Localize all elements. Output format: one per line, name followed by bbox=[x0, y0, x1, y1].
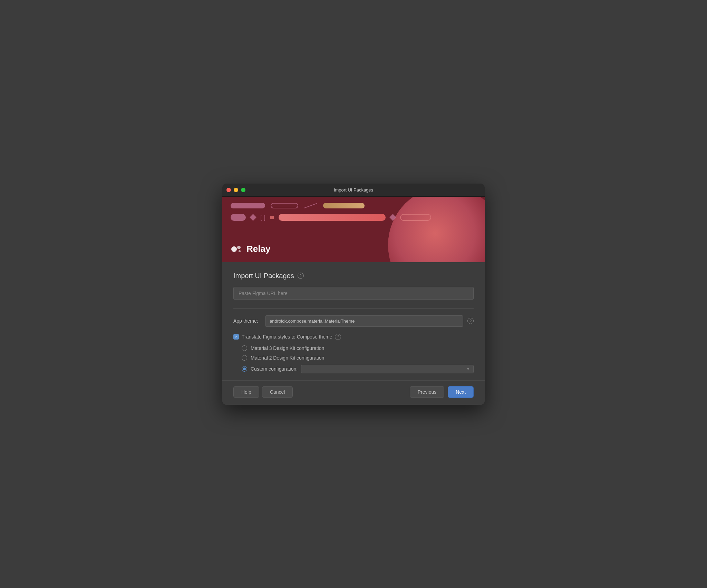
app-theme-row: App theme: ? bbox=[233, 315, 474, 327]
decoration-small-pill bbox=[231, 214, 246, 221]
banner-row-2: [ ] bbox=[231, 214, 476, 221]
translate-checkbox-label: Translate Figma styles to Compose theme bbox=[242, 334, 332, 340]
translate-help-icon[interactable]: ? bbox=[335, 334, 341, 340]
main-content: Import UI Packages ? App theme: ? ✓ Tran… bbox=[222, 262, 485, 380]
svg-point-2 bbox=[239, 250, 241, 252]
radio-material3[interactable] bbox=[242, 345, 247, 351]
divider bbox=[233, 308, 474, 308]
translate-checkbox[interactable]: ✓ bbox=[233, 334, 239, 340]
radio-row-material2[interactable]: Material 2 Design Kit configuration bbox=[242, 355, 474, 361]
footer: Help Cancel Previous Next bbox=[222, 380, 485, 405]
relay-brand-text: Relay bbox=[246, 244, 270, 254]
help-question-mark-2: ? bbox=[469, 319, 472, 323]
decoration-diamond bbox=[250, 214, 256, 221]
svg-point-1 bbox=[237, 246, 241, 249]
window-controls bbox=[226, 188, 245, 192]
svg-point-0 bbox=[231, 246, 237, 252]
radio-row-custom[interactable]: Custom configuration: ▼ bbox=[242, 365, 474, 373]
theme-help-icon[interactable]: ? bbox=[467, 318, 474, 324]
decoration-bracket: [ ] bbox=[260, 214, 265, 221]
radio-custom-config[interactable] bbox=[242, 366, 247, 372]
figma-url-input[interactable] bbox=[233, 287, 474, 300]
title-bar: Import UI Packages bbox=[222, 184, 485, 197]
minimize-button[interactable] bbox=[234, 188, 238, 192]
relay-icon bbox=[231, 243, 243, 255]
cancel-button[interactable]: Cancel bbox=[262, 386, 293, 398]
decoration-pill-outline bbox=[271, 203, 298, 208]
decoration-line bbox=[304, 203, 317, 208]
radio-group: Material 3 Design Kit configuration Mate… bbox=[242, 345, 474, 373]
banner-row-1 bbox=[231, 203, 476, 208]
custom-config-dropdown[interactable]: ▼ bbox=[301, 365, 474, 373]
translate-checkbox-row[interactable]: ✓ Translate Figma styles to Compose them… bbox=[233, 334, 474, 340]
page-title: Import UI Packages bbox=[233, 272, 294, 280]
decoration-pill-salmon bbox=[279, 214, 386, 221]
maximize-button[interactable] bbox=[241, 188, 245, 192]
radio-material2[interactable] bbox=[242, 355, 247, 361]
checkmark-icon: ✓ bbox=[235, 335, 238, 339]
app-theme-input[interactable] bbox=[265, 315, 463, 327]
decoration-pill-gold bbox=[323, 203, 365, 208]
page-title-row: Import UI Packages ? bbox=[233, 272, 474, 280]
footer-right-buttons: Previous Next bbox=[410, 386, 474, 398]
app-theme-label: App theme: bbox=[233, 318, 261, 324]
title-help-icon[interactable]: ? bbox=[298, 273, 304, 279]
previous-button[interactable]: Previous bbox=[410, 386, 444, 398]
decoration-pill-outline-sm bbox=[400, 214, 431, 221]
footer-left-buttons: Help Cancel bbox=[233, 386, 293, 398]
decoration-pill-1 bbox=[231, 203, 265, 208]
main-window: Import UI Packages [ ] bbox=[222, 184, 485, 405]
banner-logo: Relay bbox=[231, 243, 270, 255]
decoration-square bbox=[270, 216, 274, 219]
close-button[interactable] bbox=[226, 188, 231, 192]
banner-decorations: [ ] bbox=[231, 203, 476, 221]
radio-custom-label: Custom configuration: bbox=[251, 366, 298, 372]
radio-dot bbox=[243, 368, 246, 370]
help-button[interactable]: Help bbox=[233, 386, 259, 398]
radio-material3-label: Material 3 Design Kit configuration bbox=[251, 345, 324, 351]
decoration-diamond-2 bbox=[389, 214, 396, 221]
chevron-down-icon: ▼ bbox=[466, 367, 470, 371]
help-question-mark: ? bbox=[300, 274, 302, 278]
banner-section: [ ] Relay bbox=[222, 197, 485, 262]
radio-material2-label: Material 2 Design Kit configuration bbox=[251, 355, 324, 361]
window-title: Import UI Packages bbox=[334, 187, 373, 193]
help-question-mark-3: ? bbox=[337, 335, 339, 339]
radio-row-material3[interactable]: Material 3 Design Kit configuration bbox=[242, 345, 474, 351]
next-button[interactable]: Next bbox=[448, 386, 474, 398]
